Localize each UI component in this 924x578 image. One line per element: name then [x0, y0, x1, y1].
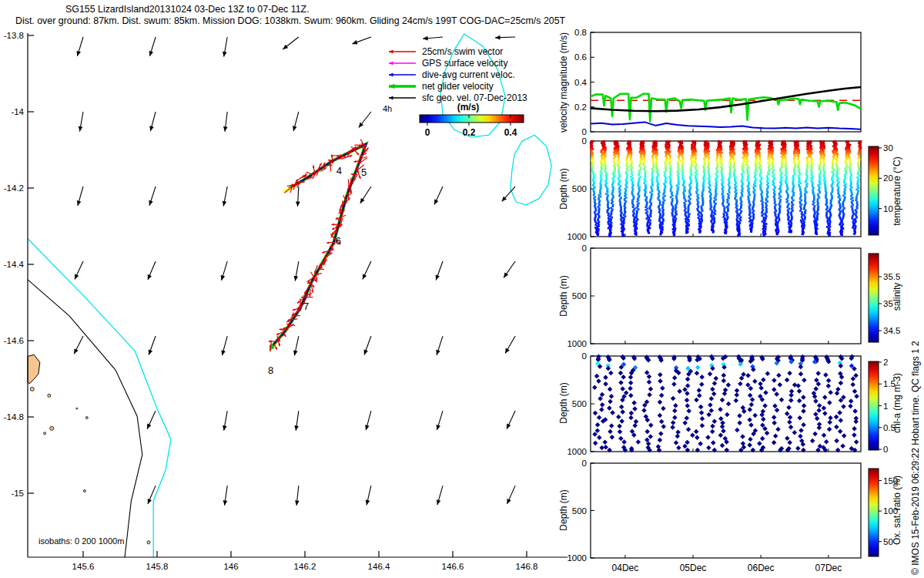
velocity-tick-label: 0: [582, 127, 587, 136]
legend-entry-label: 25cm/s swim vector: [422, 46, 503, 57]
current-vector-arrow: [149, 112, 156, 131]
salinity-colorbar-gradient: [869, 254, 879, 342]
current-vector-arrow: [293, 336, 299, 355]
dive-number-label: 8: [268, 365, 273, 376]
isobaths-label: isobaths: 0 200 1000m: [38, 536, 124, 546]
current-vector-arrow: [75, 261, 83, 280]
dive-number-label: 4: [336, 165, 342, 176]
current-vector-arrow: [295, 486, 300, 506]
depth-tick-label: 0: [582, 244, 587, 253]
salinity-colorbar-label: salinity: [892, 283, 902, 311]
time-axis-label: 04Dec: [612, 563, 639, 573]
velocity-tick-label: 0.4: [574, 78, 588, 87]
legend-arrow: [389, 96, 416, 100]
temperature-colorbar-tick-label: 30: [883, 143, 893, 153]
current-vector-arrow: [294, 261, 299, 281]
swim-vector-arrows: [269, 139, 369, 352]
map-x-tick-label: 146.2: [294, 562, 316, 571]
map-colorbar-title: (m/s): [457, 102, 480, 113]
current-vector-arrow: [296, 187, 300, 207]
velocity-tick-label: 0.6: [574, 52, 587, 62]
legend-arrow: [389, 50, 416, 54]
current-vector-arrow: [148, 261, 156, 280]
map-x-tick-label: 146: [223, 562, 238, 571]
depth-tick-label: 500: [572, 506, 587, 516]
current-vector-arrow: [436, 261, 443, 280]
oxsat-colorbar-gradient: [869, 469, 879, 556]
depth-tick-label: 1000: [567, 553, 587, 563]
velocity-tick-label: 0.8: [574, 28, 587, 37]
depth-tick-label: 1000: [567, 232, 587, 241]
current-vector-arrow: [364, 336, 371, 355]
current-vector-arrow: [365, 411, 371, 430]
current-vector-arrow: [74, 336, 83, 354]
current-vector-arrow: [352, 37, 370, 44]
velocity-ylabel: velocity magnitude (m/s): [558, 32, 569, 133]
temperature-scatter: [590, 140, 862, 237]
islet: [30, 387, 34, 391]
current-vector-arrow: [366, 486, 371, 505]
velocity-tick-label: 0.2: [574, 102, 587, 112]
current-vector-arrow: [423, 36, 443, 41]
map-x-tick-label: 146.6: [442, 562, 464, 571]
map-y-tick-label: -14.6: [4, 336, 24, 345]
temperature-colorbar-gradient: [869, 146, 879, 235]
current-vector-arrow: [221, 336, 227, 355]
depth-tick-label: 1000: [567, 339, 587, 348]
track-end-marker: [270, 344, 274, 349]
chla-panel: 0500100021.510.50: [567, 351, 896, 456]
map-y-tick-label: -13.8: [4, 31, 24, 40]
time-axis-label: 05Dec: [680, 563, 707, 573]
current-vector-arrow: [293, 112, 299, 131]
dive-number-label: 7: [303, 301, 309, 312]
islet: [44, 432, 46, 435]
legend-entry-label: net glider velocity: [422, 81, 494, 92]
depth-tick-label: 0: [582, 351, 587, 361]
chla-colorbar-tick-label: 1: [883, 402, 888, 411]
current-vector-arrow: [147, 411, 156, 429]
legend-arrow: [389, 84, 416, 89]
depth-tick-label: 500: [572, 184, 587, 193]
temperature-panel: 05001000302010: [567, 136, 892, 241]
depth-tick-label: 1000: [567, 447, 587, 456]
seaglider-mission-figure: { "header": { "title_line1": "SG155 Liza…: [0, 0, 924, 578]
legend-scale-label: 4h: [383, 104, 392, 113]
velocity-series-2: [591, 122, 861, 129]
depth-tick-label: 500: [572, 291, 587, 301]
current-vector-arrow: [360, 187, 371, 203]
current-vector-arrow: [507, 486, 516, 504]
timeseries-panels: 00.20.40.60.8050010003020100500100035.53…: [567, 28, 900, 573]
time-axis-label: 06Dec: [748, 563, 775, 573]
map-colorbar-tick-label: 0.2: [463, 127, 476, 138]
map-y-tick-label: -15: [11, 489, 24, 498]
current-vector-arrow: [221, 261, 228, 281]
figure-title-line2: Dist. over ground: 87km. Dist. swum: 85k…: [15, 15, 566, 26]
salinity-colorbar-tick-label: 35.5: [883, 272, 900, 281]
reef-outline: [511, 135, 551, 205]
temperature-colorbar-label: temperature (°C): [892, 156, 902, 226]
salinity-colorbar-tick-label: 34.5: [883, 326, 900, 335]
chla-scatter: [592, 355, 859, 453]
map-panel: 4567825cm/s swim vectorGPS surface veloc…: [4, 31, 567, 571]
current-vector-arrow: [502, 187, 515, 201]
current-vector-arrow: [223, 37, 227, 57]
map-x-tick-label: 145.8: [146, 562, 169, 571]
current-vector-arrow: [437, 486, 443, 505]
current-vector-arrow: [79, 112, 83, 132]
legend-arrow: [389, 73, 416, 77]
current-vector-arrow: [148, 486, 156, 504]
chla-depth-ylabel: Depth (m): [558, 382, 569, 423]
map-legend: 25cm/s swim vectorGPS surface velocitydi…: [389, 46, 527, 103]
current-vector-arrow: [363, 261, 371, 280]
current-vector-arrow: [283, 37, 298, 49]
oxsat-colorbar-label: Ox. sat. ratio (%): [892, 476, 902, 545]
current-vector-arrow: [149, 187, 156, 206]
current-vector-arrow: [505, 336, 515, 354]
map-x-tick-label: 146.4: [368, 562, 390, 571]
oxsat-panel: 0500100015010050: [567, 459, 898, 563]
isobath-contour-200m: [28, 280, 142, 557]
oxsat-depth-ylabel: Depth (m): [558, 489, 569, 530]
current-vector-arrow: [495, 35, 515, 40]
current-vector-arrow: [437, 411, 443, 430]
current-vector-arrow: [223, 411, 227, 431]
